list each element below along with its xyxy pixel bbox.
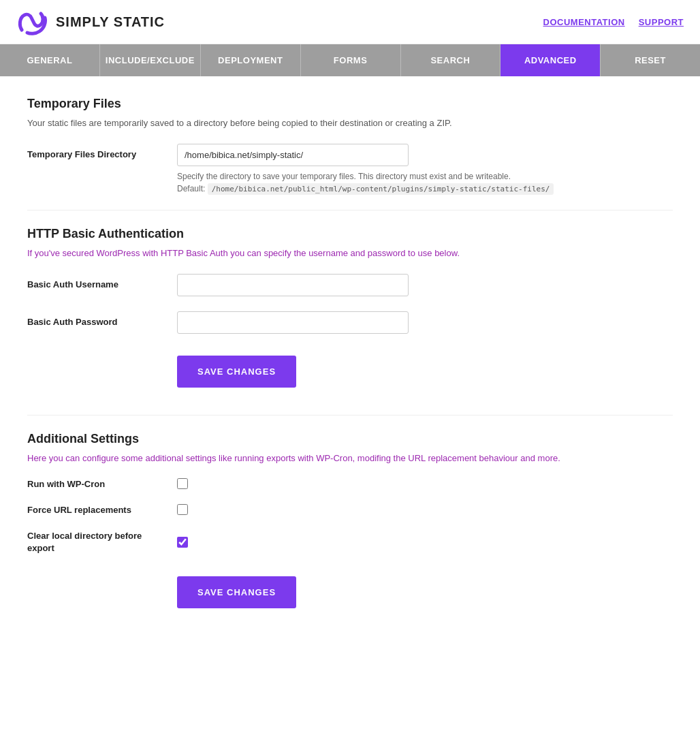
tab-reset[interactable]: RESET bbox=[601, 44, 700, 76]
wp-cron-row: Run with WP-Cron bbox=[27, 478, 673, 489]
wp-cron-label: Run with WP-Cron bbox=[27, 479, 163, 489]
temporary-files-title: Temporary Files bbox=[27, 97, 673, 111]
logo-text: SIMPLY STATIC bbox=[56, 14, 165, 30]
header: SIMPLY STATIC DOCUMENTATION SUPPORT bbox=[0, 0, 700, 44]
temp-dir-row: Temporary Files Directory Specify the di… bbox=[27, 144, 673, 196]
password-row: Basic Auth Password bbox=[27, 311, 673, 334]
username-row: Basic Auth Username bbox=[27, 274, 673, 296]
password-label: Basic Auth Password bbox=[27, 311, 163, 327]
temporary-files-section: Temporary Files Your static files are te… bbox=[27, 97, 673, 195]
tab-forms[interactable]: FORMS bbox=[301, 44, 401, 76]
additional-settings-desc: Here you can configure some additional s… bbox=[27, 452, 673, 465]
force-url-row: Force URL replacements bbox=[27, 504, 673, 515]
temp-dir-default-value: /home/bibica.net/public_html/wp-content/… bbox=[208, 183, 554, 195]
nav-tabs: GENERAL INCLUDE/EXCLUDE DEPLOYMENT FORMS… bbox=[0, 44, 700, 76]
http-auth-title: HTTP Basic Authentication bbox=[27, 227, 673, 241]
additional-settings-title: Additional Settings bbox=[27, 432, 673, 446]
additional-settings-section: Additional Settings Here you can configu… bbox=[27, 432, 673, 555]
temp-dir-field: Specify the directory to save your tempo… bbox=[177, 144, 673, 196]
temporary-files-desc: Your static files are temporarily saved … bbox=[27, 116, 673, 130]
username-label: Basic Auth Username bbox=[27, 274, 163, 290]
logo-area: SIMPLY STATIC bbox=[16, 8, 165, 35]
documentation-link[interactable]: DOCUMENTATION bbox=[543, 17, 625, 27]
temp-dir-input[interactable] bbox=[177, 144, 409, 166]
tab-search[interactable]: SEARCH bbox=[401, 44, 501, 76]
wp-cron-checkbox[interactable] bbox=[177, 478, 188, 489]
clear-local-label: Clear local directory before export bbox=[27, 530, 163, 554]
tab-general[interactable]: GENERAL bbox=[0, 44, 100, 76]
main-content: Temporary Files Your static files are te… bbox=[0, 76, 700, 649]
save-changes-button-1[interactable]: SAVE CHANGES bbox=[177, 356, 296, 388]
username-field bbox=[177, 274, 673, 296]
tab-deployment[interactable]: DEPLOYMENT bbox=[201, 44, 301, 76]
logo-icon bbox=[16, 8, 49, 35]
save-changes-button-2[interactable]: SAVE CHANGES bbox=[177, 576, 296, 608]
http-auth-desc: If you've secured WordPress with HTTP Ba… bbox=[27, 247, 673, 260]
tab-include-exclude[interactable]: INCLUDE/EXCLUDE bbox=[100, 44, 201, 76]
password-field bbox=[177, 311, 673, 334]
password-input[interactable] bbox=[177, 311, 409, 334]
temp-dir-hint: Specify the directory to save your tempo… bbox=[177, 170, 558, 196]
divider-1 bbox=[27, 210, 673, 210]
http-auth-section: HTTP Basic Authentication If you've secu… bbox=[27, 227, 673, 334]
tab-advanced[interactable]: ADVANCED bbox=[500, 44, 601, 76]
header-links: DOCUMENTATION SUPPORT bbox=[543, 17, 684, 27]
support-link[interactable]: SUPPORT bbox=[639, 17, 684, 27]
username-input[interactable] bbox=[177, 274, 409, 296]
clear-local-checkbox[interactable] bbox=[177, 537, 188, 548]
temp-dir-label: Temporary Files Directory bbox=[27, 144, 163, 159]
clear-local-row: Clear local directory before export bbox=[27, 530, 673, 554]
force-url-checkbox[interactable] bbox=[177, 504, 188, 515]
divider-2 bbox=[27, 415, 673, 416]
force-url-label: Force URL replacements bbox=[27, 505, 163, 515]
